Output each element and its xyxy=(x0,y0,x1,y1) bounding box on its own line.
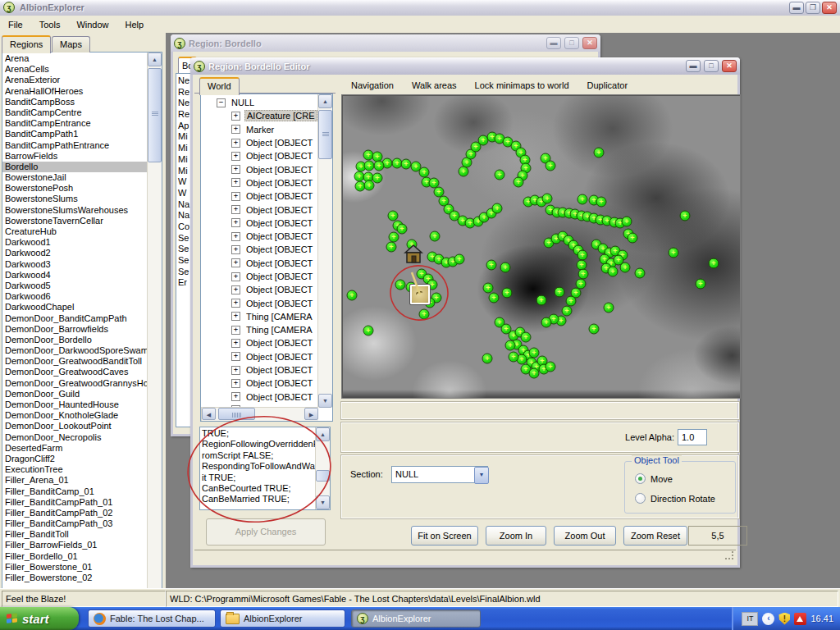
expand-icon[interactable]: + xyxy=(231,366,240,375)
tree-item[interactable]: +Object [OBJECT xyxy=(202,230,318,243)
map-object-dot[interactable] xyxy=(521,332,532,343)
list-item[interactable]: Darkwood1 xyxy=(2,237,147,248)
zoom-in-button[interactable]: Zoom In xyxy=(486,526,546,546)
list-item[interactable]: Filler_BanditCampPath_01 xyxy=(2,497,147,508)
menu-tools[interactable]: Tools xyxy=(31,18,69,31)
minimize-button[interactable]: ▬ xyxy=(789,2,804,14)
expand-icon[interactable]: + xyxy=(231,218,240,227)
level-alpha-input[interactable]: 1.0 xyxy=(678,429,707,445)
list-item[interactable]: BowerstoneSlumsWarehouses xyxy=(2,205,147,216)
editor-menu-walk-areas[interactable]: Walk areas xyxy=(404,78,464,93)
map-object-dot[interactable] xyxy=(604,303,614,313)
list-item[interactable]: Darkwood6 xyxy=(2,291,147,302)
tree-item[interactable]: +Object [OBJECT xyxy=(202,189,318,203)
map-object-dot[interactable] xyxy=(502,288,513,299)
tree-item[interactable]: +Object [OBJECT xyxy=(202,377,318,390)
list-item[interactable]: BanditCampPathEntrance xyxy=(2,140,147,151)
list-item[interactable]: Filler_BarrowFields_01 xyxy=(2,540,147,550)
list-item[interactable]: ArenaExterior xyxy=(2,75,147,85)
tree-vscrollbar[interactable]: ▲ ▼ xyxy=(317,94,332,408)
list-item[interactable]: Darkwood3 xyxy=(2,259,147,270)
list-item[interactable]: ArenaCells xyxy=(2,64,147,75)
map-object-dot[interactable] xyxy=(363,326,374,336)
tree-item[interactable]: +Object [OBJECT xyxy=(202,363,318,377)
expand-icon[interactable]: + xyxy=(231,326,240,335)
map-object-dot[interactable] xyxy=(486,260,497,271)
list-item[interactable]: BanditCampCentre xyxy=(2,107,147,118)
map-object-dot[interactable] xyxy=(589,324,600,335)
map-object-dot[interactable] xyxy=(596,197,607,208)
tree-item[interactable]: +Object [OBJECT xyxy=(202,243,318,256)
list-item[interactable]: Filler_BanditCampPath_03 xyxy=(2,518,147,529)
scroll-down-icon[interactable]: ▼ xyxy=(316,495,330,509)
zoom-reset-button[interactable]: Zoom Reset xyxy=(623,526,687,546)
taskbar-button-albionexplorer[interactable]: ʒAlbionExplorer xyxy=(351,609,481,628)
map-object-dot[interactable] xyxy=(482,354,493,364)
collapse-icon[interactable]: − xyxy=(217,98,226,107)
tree-item[interactable]: +Marker xyxy=(202,123,318,136)
tab-maps[interactable]: Maps xyxy=(52,36,90,52)
bordello-titlebar[interactable]: ʒ Region: Bordello ▬ □ ✕ xyxy=(171,34,600,52)
list-item[interactable]: Filler_Bowerstone_02 xyxy=(2,573,147,583)
tree-item[interactable]: +Object [OBJECT xyxy=(202,270,318,283)
restore-button[interactable]: ❐ xyxy=(806,2,820,14)
expand-icon[interactable]: + xyxy=(231,352,240,361)
tree-item[interactable]: +Object [OBJECT xyxy=(202,257,318,270)
list-item[interactable]: BanditCampPath1 xyxy=(2,129,147,139)
editor-menu-navigation[interactable]: Navigation xyxy=(344,78,401,93)
expand-icon[interactable]: + xyxy=(231,165,240,174)
list-item[interactable]: BarrowFields xyxy=(2,151,147,162)
expand-icon[interactable]: + xyxy=(231,392,240,401)
expand-icon[interactable]: + xyxy=(231,285,240,294)
map-object-dot[interactable] xyxy=(546,362,556,372)
list-item[interactable]: DemonDoor_HauntedHouse xyxy=(2,399,147,410)
tree-item[interactable]: +Object [OBJECT xyxy=(202,336,318,349)
map-object-dot[interactable] xyxy=(419,167,430,178)
tab-regions[interactable]: Regions xyxy=(2,35,51,53)
radio-direction-rotate[interactable]: Direction Rotate xyxy=(635,493,715,504)
list-item[interactable]: Filler_BanditToll xyxy=(2,529,147,540)
tree-item[interactable]: +AICreature [CRE xyxy=(202,109,318,122)
map-object-dot[interactable] xyxy=(489,293,500,304)
apply-changes-button[interactable]: Apply Changes xyxy=(206,518,326,546)
map-object-dot[interactable] xyxy=(578,194,588,205)
map-object-dot[interactable] xyxy=(430,231,441,242)
list-item[interactable]: DesertedFarm xyxy=(2,443,147,454)
map-object-dot[interactable] xyxy=(635,268,646,279)
list-item[interactable]: ArenaHallOfHeroes xyxy=(2,86,147,97)
list-item[interactable]: Filler_Bordello_01 xyxy=(2,551,147,562)
close-button[interactable]: ✕ xyxy=(822,2,837,14)
list-item[interactable]: DemonDoor_GreatwoodGrannysHo xyxy=(2,378,147,389)
tree-item[interactable]: +Thing [CAMERA xyxy=(202,323,318,336)
tree-item[interactable]: +Object [OBJECT xyxy=(202,390,318,404)
list-item[interactable]: BowerstoneJail xyxy=(2,172,147,183)
minimap-canvas[interactable] xyxy=(341,94,741,399)
map-object-dot[interactable] xyxy=(546,161,556,171)
language-indicator[interactable]: IT xyxy=(742,612,758,626)
tree-root[interactable]: −NULL xyxy=(202,96,318,109)
scroll-right-icon[interactable]: ▶ xyxy=(304,408,318,420)
expand-icon[interactable]: + xyxy=(231,192,240,201)
list-item[interactable]: DemonDoor_Bordello xyxy=(2,335,147,345)
taskbar-button-fable-the-lost-chap-[interactable]: Fable: The Lost Chap... xyxy=(88,609,216,628)
tab-world[interactable]: World xyxy=(199,77,240,95)
editor-menu-duplicator[interactable]: Duplicator xyxy=(580,78,636,93)
list-item[interactable]: Darkwood4 xyxy=(2,270,147,281)
map-object-dot[interactable] xyxy=(680,211,691,221)
map-object-dot[interactable] xyxy=(454,254,465,265)
list-item[interactable]: Arena xyxy=(2,53,147,64)
list-item[interactable]: DemonDoor_GreatwoodCaves xyxy=(2,367,147,377)
script-scrollbar[interactable]: ▲ ▼ xyxy=(315,427,330,509)
radio-move[interactable]: Move xyxy=(635,473,673,484)
security-shield-icon[interactable]: ! xyxy=(778,613,790,625)
map-object-dot[interactable] xyxy=(620,262,631,273)
list-item[interactable]: CreatureHub xyxy=(2,226,147,237)
editor-titlebar[interactable]: ʒ Region: Bordello Editor ▬ □ ✕ xyxy=(190,57,740,75)
editor-menu-lock-minimaps-to-world[interactable]: Lock minimaps to world xyxy=(468,78,577,93)
list-item[interactable]: Filler_BanditCampPath_02 xyxy=(2,508,147,518)
expand-icon[interactable]: + xyxy=(231,245,240,254)
map-object-dot[interactable] xyxy=(483,283,494,294)
expand-icon[interactable]: + xyxy=(231,272,240,281)
expand-icon[interactable]: + xyxy=(231,152,240,161)
minimize-button[interactable]: ▬ xyxy=(546,37,561,49)
